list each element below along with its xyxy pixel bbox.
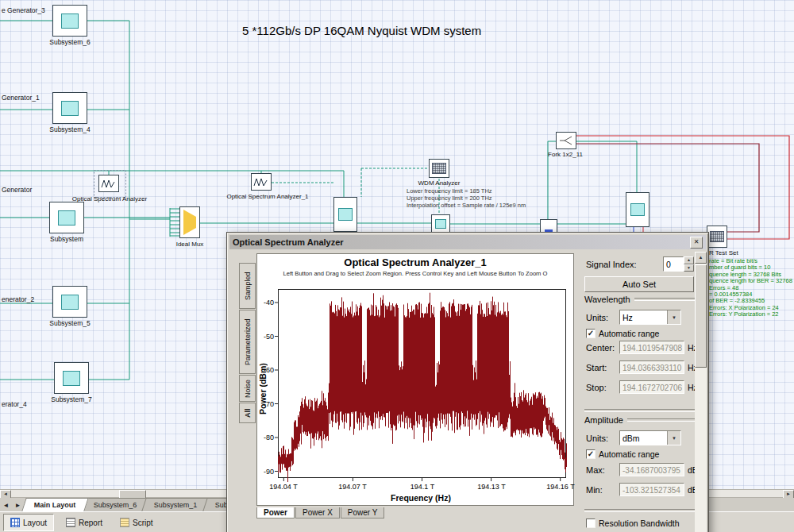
tab-label: Subsystem_1 bbox=[154, 501, 198, 509]
block-label: Optical Spectrum Analyzer_1 bbox=[224, 193, 311, 200]
generator-label: enerator_2 bbox=[2, 295, 34, 303]
min-field: -103.321527354 bbox=[619, 483, 684, 496]
block-label: Fork 1x2_11 bbox=[540, 151, 591, 158]
wavelength-group-heading: Wavelength bbox=[584, 295, 697, 304]
ber-param-line: Errors: Y Polarization = 22 bbox=[709, 311, 792, 318]
subsystem-icon bbox=[52, 286, 87, 318]
generator-label: Generator bbox=[2, 186, 32, 194]
plot-tab-power-y[interactable]: Power Y bbox=[341, 507, 385, 519]
generator-label: erator_4 bbox=[2, 400, 27, 408]
block-fork-1x2[interactable] bbox=[556, 132, 576, 149]
spectrum-chart[interactable] bbox=[275, 289, 567, 482]
mode-label: Layout bbox=[23, 519, 47, 527]
dropdown-value: dBm bbox=[620, 434, 667, 443]
block-label: Subsystem bbox=[41, 235, 92, 243]
mode-label: Script bbox=[133, 519, 153, 527]
tab-prev-icon[interactable]: ◄ bbox=[0, 499, 12, 511]
x-tick: 194.07 T bbox=[338, 483, 366, 491]
tab-label: Main Layout bbox=[34, 501, 76, 509]
plot-tab-power[interactable]: Power bbox=[256, 507, 295, 519]
signal-index-spinner[interactable]: ▲ ▼ bbox=[684, 256, 694, 272]
script-icon bbox=[120, 518, 129, 527]
block-ber-test-set[interactable] bbox=[707, 226, 727, 248]
subsystem-icon bbox=[54, 362, 89, 394]
group-title: Amplitude bbox=[584, 415, 623, 425]
block-optical-spectrum-analyzer-1[interactable] bbox=[251, 173, 272, 191]
block-ideal-mux[interactable] bbox=[179, 206, 200, 238]
min-label: Min: bbox=[586, 485, 603, 495]
mux-icon bbox=[179, 206, 200, 238]
mode-tab-report[interactable]: Report bbox=[59, 514, 110, 531]
side-tab-all[interactable]: All bbox=[239, 403, 256, 423]
wavelength-auto-range-checkbox[interactable]: ✓ bbox=[586, 329, 596, 338]
layout-tab-subsystem_1[interactable]: Subsystem_1 bbox=[141, 498, 210, 511]
wdm-analyzer-params: Lower frequency limit = 185 THzUpper fre… bbox=[407, 187, 526, 209]
block-label: Subsystem_5 bbox=[44, 319, 95, 327]
auto-range-label: Automatic range bbox=[599, 329, 659, 338]
block-label: R Test Set bbox=[709, 249, 738, 256]
side-tab-parameterized[interactable]: Parameterized bbox=[239, 310, 256, 374]
block-component[interactable] bbox=[333, 197, 357, 232]
block-wdm-analyzer[interactable] bbox=[429, 159, 449, 178]
spectrum-plot-panel: Optical Spectrum Analyzer_1 Left Button … bbox=[256, 253, 574, 506]
block-label: Subsystem_4 bbox=[44, 125, 95, 133]
wdm-param-line: Upper frequency limit = 200 THz bbox=[407, 195, 526, 202]
block-optical-spectrum-analyzer[interactable] bbox=[98, 175, 119, 192]
component-icon bbox=[333, 197, 357, 232]
block-subsystem_4[interactable]: Subsystem_4 bbox=[52, 92, 87, 124]
dropdown-arrow-icon[interactable]: ▼ bbox=[667, 310, 680, 324]
dialog-titlebar[interactable]: Optical Spectrum Analyzer ✕ bbox=[229, 235, 706, 249]
amplitude-units-dropdown[interactable]: dBm ▼ bbox=[619, 430, 681, 445]
side-tab-sampled[interactable]: Sampled bbox=[239, 263, 256, 309]
y-tick: -60 bbox=[257, 366, 274, 374]
y-tick: -80 bbox=[257, 434, 274, 441]
center-label: Center: bbox=[586, 343, 615, 353]
x-tick: 194.1 T bbox=[410, 483, 434, 491]
wavelength-units-dropdown[interactable]: Hz ▼ bbox=[619, 310, 681, 325]
start-label: Start: bbox=[586, 363, 607, 372]
stop-label: Stop: bbox=[586, 383, 607, 392]
block-subsystem_6[interactable]: Subsystem_6 bbox=[52, 5, 87, 37]
resolution-bandwidth-checkbox[interactable] bbox=[586, 519, 596, 528]
subsystem-icon bbox=[49, 202, 84, 233]
dialog-vscrollbar[interactable]: ▲ ▼ bbox=[695, 252, 707, 532]
x-tick: 194.04 T bbox=[269, 483, 297, 491]
osa-icon bbox=[98, 175, 119, 192]
auto-set-button[interactable]: Auto Set bbox=[584, 276, 694, 292]
block-subsystem_7[interactable]: Subsystem_7 bbox=[54, 362, 89, 394]
mode-tab-script[interactable]: Script bbox=[113, 514, 160, 531]
block-subsystem[interactable]: Subsystem bbox=[49, 202, 84, 233]
auto-range-label: Automatic range bbox=[599, 449, 659, 459]
close-icon[interactable]: ✕ bbox=[690, 237, 703, 249]
block-subsystem_5[interactable]: Subsystem_5 bbox=[52, 286, 87, 318]
subsystem-icon bbox=[52, 5, 87, 37]
block-component[interactable] bbox=[431, 214, 450, 233]
spin-down-icon[interactable]: ▼ bbox=[684, 264, 694, 272]
vscroll-thumb[interactable] bbox=[695, 264, 707, 368]
y-tick: -70 bbox=[257, 400, 274, 408]
layout-tab-subsystem_6[interactable]: Subsystem_6 bbox=[81, 498, 149, 511]
mode-tab-layout[interactable]: Layout bbox=[3, 514, 54, 531]
plot-subtitle: Left Button and Drag to Select Zoom Regi… bbox=[259, 270, 572, 277]
plot-tab-bar: Power Power X Power Y bbox=[256, 507, 385, 519]
start-field: 194.0366393110 bbox=[619, 360, 684, 374]
layout-tab-main-layout[interactable]: Main Layout bbox=[21, 498, 88, 511]
scroll-up-icon[interactable]: ▲ bbox=[695, 252, 707, 264]
block-label: WDM Analyzer bbox=[403, 179, 475, 187]
block-label: Subsystem_7 bbox=[46, 395, 97, 403]
layout-grid-icon bbox=[10, 518, 20, 527]
block-label: Optical Spectrum Analyzer bbox=[70, 195, 149, 202]
plot-tab-power-x[interactable]: Power X bbox=[295, 507, 340, 519]
ber-test-set-params: rate = Bit rate bit/smber of guard bits … bbox=[709, 258, 792, 318]
x-tick: 194.13 T bbox=[477, 483, 505, 491]
wavelength-units-label: Units: bbox=[586, 313, 608, 322]
x-axis-label: Frequency (Hz) bbox=[275, 493, 567, 503]
signal-index-field[interactable]: 0 bbox=[663, 256, 684, 272]
spin-up-icon[interactable]: ▲ bbox=[684, 256, 694, 264]
fork-icon bbox=[556, 132, 576, 149]
resolution-bandwidth-label: Resolution Bandwidth bbox=[599, 519, 680, 528]
side-tab-noise[interactable]: Noise bbox=[239, 375, 256, 402]
block-component[interactable] bbox=[626, 192, 649, 227]
amplitude-auto-range-checkbox[interactable]: ✓ bbox=[586, 449, 596, 459]
dropdown-arrow-icon[interactable]: ▼ bbox=[667, 431, 680, 445]
